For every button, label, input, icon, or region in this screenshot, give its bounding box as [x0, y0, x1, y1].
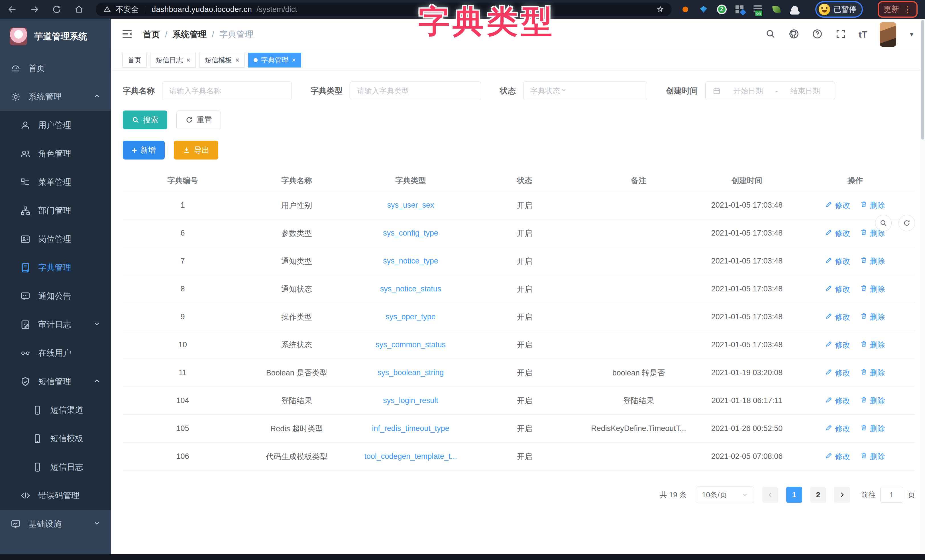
dict-type-link[interactable]: sys_config_type — [351, 229, 470, 238]
tab-首页[interactable]: 首页 — [122, 53, 147, 68]
sidebar-item[interactable]: 角色管理 — [0, 140, 111, 168]
extension-gem-icon[interactable] — [699, 4, 709, 15]
edit-link[interactable]: 修改 — [825, 423, 850, 434]
next-page-button[interactable] — [834, 487, 850, 503]
sidebar-item[interactable]: 岗位管理 — [0, 225, 111, 253]
dict-type-link[interactable]: sys_notice_status — [351, 285, 470, 294]
dict-type-link[interactable]: sys_notice_type — [351, 257, 470, 265]
extension-grid-icon[interactable] — [735, 4, 745, 15]
hamburger-icon[interactable] — [121, 28, 133, 41]
close-icon[interactable]: × — [292, 57, 296, 63]
table-row: 8通知状态sys_notice_status开启2021-01-05 17:03… — [123, 275, 915, 303]
bookmark-star-icon[interactable] — [656, 5, 664, 14]
dict-type-input[interactable] — [357, 87, 474, 95]
font-size-icon[interactable]: tT — [859, 29, 867, 40]
delete-link[interactable]: 删除 — [860, 396, 885, 406]
breadcrumb-item[interactable]: 系统管理 — [172, 29, 206, 41]
reload-icon[interactable] — [52, 5, 62, 14]
edit-link[interactable]: 修改 — [825, 200, 850, 211]
date-range-picker[interactable]: 开始日期 - 结束日期 — [705, 81, 835, 100]
page-number-2[interactable]: 2 — [810, 487, 826, 503]
sidebar-item[interactable]: 审计日志 — [0, 310, 111, 339]
search-button[interactable]: 搜索 — [123, 110, 167, 129]
export-button[interactable]: 导出 — [174, 141, 218, 160]
sidebar-item[interactable]: 通知公告 — [0, 282, 111, 310]
extension-leaf-icon[interactable] — [771, 4, 782, 15]
sidebar-item[interactable]: 菜单管理 — [0, 168, 111, 197]
delete-link[interactable]: 删除 — [860, 368, 885, 378]
edit-link[interactable]: 修改 — [825, 284, 850, 294]
delete-link[interactable]: 删除 — [860, 423, 885, 434]
sidebar-item[interactable]: 短信日志 — [0, 453, 111, 482]
sidebar-item[interactable]: 部门管理 — [0, 197, 111, 225]
edit-link[interactable]: 修改 — [825, 396, 850, 406]
reset-button[interactable]: 重置 — [176, 110, 221, 129]
dict-type-link[interactable]: sys_oper_type — [351, 313, 470, 321]
breadcrumb-item[interactable]: 首页 — [143, 29, 160, 41]
sidebar-item[interactable]: 在线用户 — [0, 339, 111, 367]
user-avatar[interactable] — [880, 22, 896, 47]
dict-type-link[interactable]: sys_boolean_string — [351, 368, 470, 377]
browser-scrollbar[interactable] — [920, 19, 925, 554]
edit-link[interactable]: 修改 — [825, 340, 850, 350]
dict-type-link[interactable]: sys_login_result — [351, 396, 470, 405]
extension-list-on-icon[interactable]: on — [753, 4, 764, 15]
chevron-down-icon[interactable]: ▼ — [909, 31, 914, 38]
refresh-table-button[interactable] — [898, 215, 915, 231]
sidebar-item[interactable]: 短信管理 — [0, 367, 111, 396]
delete-link[interactable]: 删除 — [860, 256, 885, 266]
edit-link[interactable]: 修改 — [825, 228, 850, 238]
goto-page-input[interactable] — [880, 487, 903, 503]
tab-短信日志[interactable]: 短信日志× — [150, 53, 196, 68]
close-icon[interactable]: × — [186, 57, 190, 63]
add-button[interactable]: + 新增 — [123, 141, 165, 160]
delete-link[interactable]: 删除 — [860, 340, 885, 350]
fullscreen-icon[interactable] — [835, 29, 846, 41]
url-bar[interactable]: 不安全 dashboard.yudao.iocoder.cn /system/d… — [96, 3, 672, 16]
delete-link[interactable]: 删除 — [860, 200, 885, 211]
extension-donut-icon[interactable] — [680, 4, 690, 15]
delete-link[interactable]: 删除 — [860, 312, 885, 322]
home-icon[interactable] — [74, 5, 84, 14]
sidebar-item[interactable]: 用户管理 — [0, 111, 111, 140]
prev-page-button[interactable] — [762, 487, 778, 503]
sidebar-item[interactable]: 字典管理 — [0, 253, 111, 282]
help-icon[interactable] — [812, 29, 823, 41]
sidebar-item[interactable]: 短信渠道 — [0, 396, 111, 425]
sidebar-item[interactable]: 错误码管理 — [0, 482, 111, 510]
dict-type-link[interactable]: inf_redis_timeout_type — [351, 424, 470, 433]
sidebar-item[interactable]: 基础设施 — [0, 510, 111, 538]
calendar-icon — [713, 87, 721, 95]
profile-paused-badge[interactable]: 已暂停 — [815, 1, 863, 18]
kebab-menu-icon[interactable]: ⋮ — [903, 5, 912, 15]
edit-link[interactable]: 修改 — [825, 256, 850, 266]
edit-link[interactable]: 修改 — [825, 452, 850, 462]
tab-字典管理[interactable]: 字典管理× — [248, 53, 301, 68]
edit-link[interactable]: 修改 — [825, 312, 850, 322]
sidebar-item[interactable]: 首页 — [0, 54, 111, 83]
page-size-select[interactable]: 10条/页 — [696, 486, 754, 503]
sidebar-item[interactable]: 短信模板 — [0, 425, 111, 453]
dict-type-link[interactable]: sys_user_sex — [351, 201, 470, 210]
forward-icon[interactable] — [30, 5, 39, 14]
delete-link[interactable]: 删除 — [860, 452, 885, 462]
dict-type-link[interactable]: tool_codegen_template_t... — [351, 452, 470, 461]
extension-chip-icon[interactable]: Z — [717, 4, 727, 15]
edit-link[interactable]: 修改 — [825, 368, 850, 378]
status-select[interactable]: 字典状态 — [523, 81, 647, 100]
browser-update-button[interactable]: 更新 ⋮ — [878, 1, 917, 18]
delete-link[interactable]: 删除 — [860, 284, 885, 294]
close-icon[interactable]: × — [235, 57, 240, 63]
search-icon[interactable] — [765, 29, 776, 41]
dict-type-link[interactable]: sys_common_status — [351, 340, 470, 349]
back-icon[interactable] — [8, 5, 17, 14]
dict-name-input[interactable] — [169, 87, 285, 95]
show-search-button[interactable] — [875, 215, 892, 231]
github-icon[interactable] — [788, 29, 799, 41]
sidebar-item[interactable]: 系统管理 — [0, 83, 111, 111]
page-number-1[interactable]: 1 — [786, 487, 802, 503]
extension-figure-icon[interactable] — [789, 4, 800, 15]
tab-短信模板[interactable]: 短信模板× — [199, 53, 245, 68]
chevron-down-icon — [741, 491, 748, 498]
scrollbar-thumb[interactable] — [921, 20, 924, 140]
